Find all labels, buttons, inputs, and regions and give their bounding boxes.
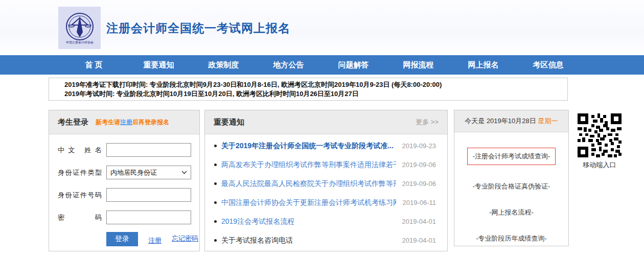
today-date: 今天是 2019年10月28日 — [465, 116, 536, 126]
nav-item[interactable]: 网上报名 — [451, 55, 516, 75]
hint-suffix: 后再登录报名 — [132, 119, 169, 126]
chevron-down-icon — [181, 171, 187, 174]
main-nav: 首 页 重要通知 政策制度 地方公告 问题解答 网报流程 网上报名 考区信息 — [0, 55, 644, 75]
quick-link[interactable]: -专业阶段合格证真伪验证- — [473, 182, 550, 191]
bullet-icon — [214, 182, 217, 185]
notices-panel-header: 重要通知 更多 >> — [205, 110, 447, 134]
nav-item[interactable]: 网报流程 — [386, 55, 451, 75]
list-item: 关于考试报名咨询电话 2019-04-01 — [205, 231, 447, 250]
exam-time-notice: 2019年准考证下载打印时间: 专业阶段北京时间9月23-30日和10月8-16… — [49, 78, 568, 101]
nav-item[interactable]: 首 页 — [61, 55, 126, 75]
page: 中国注册会计师协会 注册会计师全国统一考试网上报名 首 页 重要通知 政策制度 … — [0, 0, 644, 257]
bullet-icon — [214, 239, 217, 242]
page-title: 注册会计师全国统一考试网上报名 — [106, 20, 290, 36]
quick-link[interactable]: -网上报名流程- — [489, 208, 534, 217]
date-header: 今天是 2019年10月28日 星期一 — [454, 110, 568, 132]
site-header: 中国注册会计师协会 注册会计师全国统一考试网上报名 — [0, 0, 644, 55]
mobile-entry-label: 移动端入口 — [583, 160, 616, 170]
name-input[interactable] — [106, 143, 191, 157]
bullet-icon — [214, 220, 217, 223]
nav-item[interactable]: 重要通知 — [126, 55, 191, 75]
list-item: 中国注册会计师协会关于更新注册会计师考试机考练习网站的公... 2019-06-… — [205, 193, 447, 212]
bullet-icon — [214, 145, 217, 147]
hint-prefix: 新考生请 — [96, 119, 120, 126]
id-type-select[interactable]: 内地居民身份证 — [106, 166, 191, 179]
forgot-password-link[interactable]: 忘记密码 — [172, 234, 198, 243]
notice-date: 2019-09-06 — [402, 161, 436, 169]
login-title: 考生登录 — [58, 118, 88, 127]
list-item: 关于2019年注册会计师全国统一考试专业阶段考试准... 2019-09-23 — [205, 136, 447, 155]
login-panel-header: 考生登录 新考生请注册后再登录报名 — [49, 110, 199, 134]
weekday: 星期一 — [538, 116, 558, 126]
notice-link[interactable]: 关于考试报名咨询电话 — [221, 236, 396, 245]
notice-line: 2019年准考证下载打印时间: 专业阶段北京时间9月23-30日和10月8-16… — [64, 80, 567, 89]
id-number-input[interactable] — [106, 188, 191, 202]
register-inline-link[interactable]: 注册 — [120, 119, 132, 126]
notice-date: 2019-09-06 — [402, 180, 436, 188]
list-item: 两高发布关于办理组织考试作弊等刑事案件适用法律若干问题的... 2019-09-… — [205, 155, 447, 174]
login-button[interactable]: 登录 — [106, 232, 138, 246]
login-panel: 考生登录 新考生请注册后再登录报名 中文 姓名 身份证件类型 内地居民身份证 身… — [49, 110, 200, 251]
password-input[interactable] — [106, 211, 191, 224]
notice-link[interactable]: 中国注册会计师协会关于更新注册会计师考试机考练习网站的公... — [221, 198, 396, 207]
notice-list: 关于2019年注册会计师全国统一考试专业阶段考试准... 2019-09-23 … — [205, 134, 447, 250]
quick-link[interactable]: -注册会计师考试成绩查询- — [467, 148, 556, 165]
svg-text:中国注册会计师协会: 中国注册会计师协会 — [66, 40, 94, 44]
notice-link[interactable]: 最高人民法院最高人民检察院关于办理组织考试作弊等刑事案件... — [221, 179, 396, 189]
cicpa-logo-icon: 中国注册会计师协会 — [58, 7, 101, 49]
nav-item[interactable]: 问题解答 — [321, 55, 386, 75]
id-number-label: 身份证件号码 — [58, 191, 102, 200]
password-label: 密 码 — [58, 213, 102, 222]
id-type-label: 身份证件类型 — [58, 168, 102, 177]
mobile-entry: 移动端入口 — [577, 113, 623, 170]
new-user-hint: 新考生请注册后再登录报名 — [96, 118, 169, 127]
quick-link[interactable]: -专业阶段历年成绩查询- — [476, 234, 547, 243]
notice-link[interactable]: 2019注会考试报名流程 — [221, 217, 396, 226]
list-item: 2019注会考试报名流程 2019-04-01 — [205, 212, 447, 231]
nav-item[interactable]: 地方公告 — [256, 55, 321, 75]
notice-date: 2019-04-01 — [402, 218, 436, 225]
register-link[interactable]: 注册 — [148, 236, 162, 245]
quick-links-panel: 今天是 2019年10月28日 星期一 -注册会计师考试成绩查询- -专业阶段合… — [454, 110, 569, 246]
name-label: 中文 姓名 — [58, 146, 102, 155]
notice-date: 2019-06-11 — [402, 199, 436, 206]
notice-line: 2019年考试时间: 专业阶段北京时间10月19日至10月20日, 欧洲考区比利… — [64, 89, 567, 99]
id-type-value: 内地居民身份证 — [110, 168, 157, 177]
quick-links-list: -注册会计师考试成绩查询- -专业阶段合格证真伪验证- -网上报名流程- -专业… — [454, 132, 568, 243]
list-item: 最高人民法院最高人民检察院关于办理组织考试作弊等刑事案件... 2019-09-… — [205, 174, 447, 193]
bullet-icon — [214, 201, 217, 204]
nav-item[interactable]: 考区信息 — [516, 55, 581, 75]
notices-panel: 重要通知 更多 >> 关于2019年注册会计师全国统一考试专业阶段考试准... … — [204, 110, 448, 251]
notice-date: 2019-04-01 — [402, 237, 436, 244]
qr-code — [578, 113, 622, 157]
notice-link[interactable]: 两高发布关于办理组织考试作弊等刑事案件适用法律若干问题的... — [221, 160, 396, 170]
notice-link[interactable]: 关于2019年注册会计师全国统一考试专业阶段考试准... — [221, 142, 396, 151]
notice-date: 2019-09-23 — [402, 142, 436, 150]
more-link[interactable]: 更多 >> — [416, 118, 439, 127]
nav-item[interactable]: 政策制度 — [191, 55, 256, 75]
notices-title: 重要通知 — [214, 118, 244, 127]
bullet-icon — [214, 163, 217, 166]
